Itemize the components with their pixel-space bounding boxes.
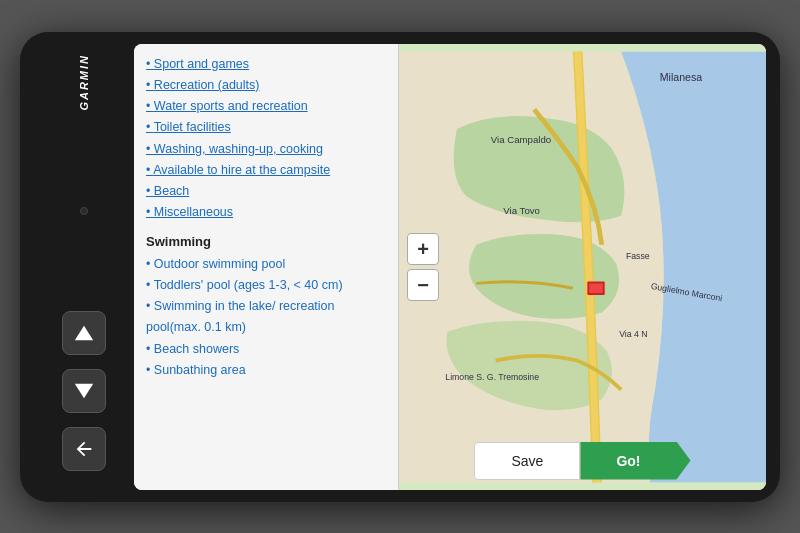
screen: Sport and games Recreation (adults) Wate…: [134, 44, 766, 490]
map-svg: Milanesa Via Campaldo Via Tovo Guglielmo…: [399, 44, 766, 490]
garmin-logo: GARMIN: [78, 54, 90, 111]
swimming-list: Outdoor swimming pool Toddlers' pool (ag…: [146, 254, 386, 382]
content-panel: Sport and games Recreation (adults) Wate…: [134, 44, 399, 490]
list-item[interactable]: Sport and games: [146, 54, 386, 75]
svg-text:Via Tovo: Via Tovo: [503, 204, 540, 215]
list-item[interactable]: Toilet facilities: [146, 117, 386, 138]
zoom-out-button[interactable]: −: [407, 269, 439, 301]
swimming-item: Toddlers' pool (ages 1-3, < 40 cm): [146, 275, 386, 296]
up-button[interactable]: [62, 311, 106, 355]
go-button[interactable]: Go!: [580, 442, 690, 480]
swimming-item: Swimming in the lake/ recreation pool(ma…: [146, 296, 386, 339]
swimming-item: Beach showers: [146, 339, 386, 360]
save-button[interactable]: Save: [474, 442, 580, 480]
nav-buttons: [62, 311, 106, 471]
list-item[interactable]: Water sports and recreation: [146, 96, 386, 117]
side-panel: GARMIN: [34, 44, 134, 490]
links-list: Sport and games Recreation (adults) Wate…: [146, 54, 386, 224]
svg-text:Milanesa: Milanesa: [660, 70, 703, 82]
list-item[interactable]: Recreation (adults): [146, 75, 386, 96]
down-button[interactable]: [62, 369, 106, 413]
swimming-item: Outdoor swimming pool: [146, 254, 386, 275]
list-item[interactable]: Available to hire at the campsite: [146, 160, 386, 181]
svg-text:Via Campaldo: Via Campaldo: [491, 134, 551, 145]
list-item[interactable]: Washing, washing-up, cooking: [146, 139, 386, 160]
list-item[interactable]: Beach: [146, 181, 386, 202]
back-arrow-icon: [73, 438, 95, 460]
back-button[interactable]: [62, 427, 106, 471]
up-arrow-icon: [73, 322, 95, 344]
svg-marker-0: [75, 326, 93, 341]
swimming-title: Swimming: [146, 234, 386, 249]
map-controls: + −: [407, 233, 439, 301]
sensor: [80, 207, 88, 215]
swimming-item: Sunbathing area: [146, 360, 386, 381]
svg-text:Via 4 N: Via 4 N: [619, 328, 647, 338]
svg-text:Limone S. G. Tremosine: Limone S. G. Tremosine: [445, 371, 539, 381]
svg-text:Fasse: Fasse: [626, 251, 650, 261]
action-bar: Save Go!: [399, 442, 766, 480]
down-arrow-icon: [73, 380, 95, 402]
svg-marker-1: [75, 384, 93, 399]
zoom-in-button[interactable]: +: [407, 233, 439, 265]
list-item[interactable]: Miscellaneous: [146, 202, 386, 223]
map-panel: Milanesa Via Campaldo Via Tovo Guglielmo…: [399, 44, 766, 490]
svg-rect-4: [589, 283, 603, 293]
garmin-device: GARMIN Sport and games Recreation (adult…: [20, 32, 780, 502]
